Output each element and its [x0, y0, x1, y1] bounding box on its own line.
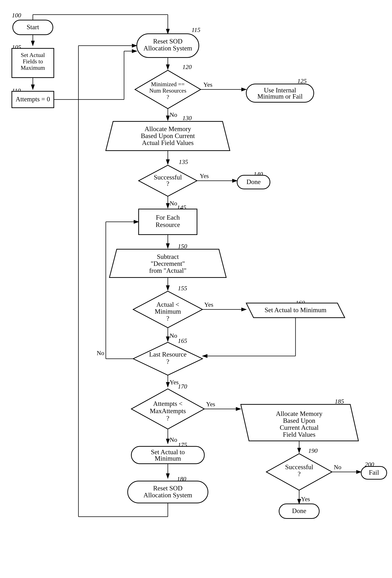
minimized-label-2: Num Resources	[149, 87, 186, 94]
successful-bottom-2: ?	[298, 470, 301, 478]
successful-bottom-1: Successful	[285, 463, 313, 471]
ref-185: 185	[335, 398, 344, 405]
ref-190: 190	[308, 447, 318, 454]
set-actual-label-1: Set Actual	[21, 52, 45, 58]
reset-sod-bottom-1: Reset SOD	[153, 484, 183, 492]
ref-100: 100	[12, 12, 21, 19]
ref-120: 120	[182, 63, 192, 70]
actual-min-1: Actual <	[156, 301, 179, 308]
ref-150: 150	[178, 243, 187, 249]
reset-sod-top-2: Allocation System	[144, 45, 192, 52]
for-each-2: Resource	[156, 221, 180, 228]
subtract-2: "Decrement"	[151, 260, 185, 267]
ref-165: 165	[178, 337, 187, 344]
yes-label-120: Yes	[203, 81, 212, 88]
no-label-165-left: No	[97, 350, 104, 356]
alloc-mem-right-3: Current Actual	[280, 424, 319, 431]
attempts-2: MaxAttempts	[150, 407, 186, 415]
minimized-label-3: ?	[167, 94, 169, 100]
last-resource-2: ?	[166, 358, 169, 365]
actual-min-3: ?	[166, 315, 169, 322]
reset-sod-bottom-2: Allocation System	[144, 491, 192, 499]
ref-135: 135	[179, 158, 188, 165]
alloc-mem-top-3: Actual Field Values	[142, 139, 194, 146]
set-actual-min-175-1: Set Actual to	[151, 448, 185, 456]
set-actual-min-175-2: Minimum	[155, 455, 181, 462]
flowchart: 100 Start 105 Set Actual Fields to Maxim…	[0, 0, 392, 578]
ref-170: 170	[178, 383, 187, 390]
no-label-135: No	[170, 200, 177, 207]
ref-125: 125	[297, 78, 307, 84]
done-bottom-label: Done	[292, 507, 306, 515]
fail-label: Fail	[369, 469, 379, 476]
no-label-170: No	[170, 436, 177, 443]
actual-min-2: Minimum	[155, 308, 181, 315]
reset-sod-top-1: Reset SOD	[153, 38, 183, 45]
set-actual-label-3: Maximum	[21, 64, 45, 71]
subtract-3: from "Actual"	[149, 267, 186, 274]
yes-label-170: Yes	[206, 401, 215, 407]
successful-top-label-1: Successful	[154, 174, 182, 181]
yes-label-135: Yes	[200, 173, 209, 179]
done-top-label: Done	[246, 178, 261, 186]
set-actual-min-160: Set Actual to Minimum	[265, 306, 327, 314]
ref-115: 115	[192, 26, 200, 33]
use-internal-2: Minimum or Fail	[257, 93, 303, 100]
attempts-1: Attempts <	[153, 400, 182, 407]
no-label-155: No	[170, 332, 177, 339]
last-resource-1: Last Resource	[149, 351, 187, 358]
alloc-mem-right-2: Based Upon	[283, 417, 315, 424]
yes-label-190: Yes	[301, 496, 310, 502]
alloc-mem-top-1: Allocate Memory	[145, 125, 191, 133]
successful-top-label-2: ?	[166, 180, 169, 187]
alloc-mem-right-1: Allocate Memory	[276, 410, 322, 417]
yes-label-155: Yes	[204, 301, 213, 308]
no-label-120: No	[170, 111, 177, 118]
attempts-3: ?	[166, 415, 169, 422]
subtract-1: Subtract	[157, 253, 179, 260]
ref-130: 130	[182, 115, 192, 121]
attempts-zero-label: Attempts = 0	[16, 96, 50, 103]
for-each-1: For Each	[156, 214, 180, 221]
no-label-190: No	[334, 464, 342, 471]
start-label: Start	[27, 23, 39, 31]
alloc-mem-top-2: Based Upon Current	[141, 132, 195, 140]
yes-label-165: Yes	[170, 379, 178, 385]
ref-155: 155	[178, 285, 187, 291]
alloc-mem-right-4: Field Values	[283, 431, 315, 438]
minimized-label-1: Minimized ==	[151, 81, 185, 88]
set-actual-label-2: Fields to	[23, 58, 43, 65]
